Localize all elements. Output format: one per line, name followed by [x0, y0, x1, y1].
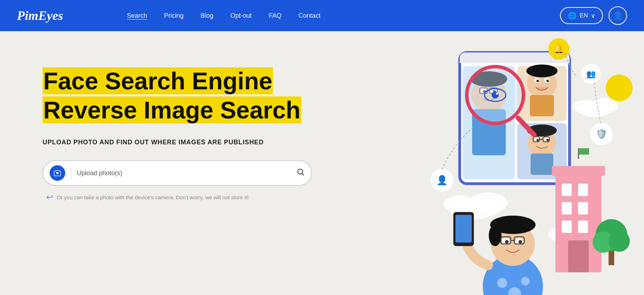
camera-hint: ↩ Or you can take a photo with the devic…	[46, 192, 344, 202]
main-content: Face Search Engine Reverse Image Search …	[0, 31, 644, 295]
nav-link-blog[interactable]: Blog	[201, 12, 213, 19]
chevron-down-icon: ∨	[591, 12, 595, 20]
svg-point-49	[496, 93, 498, 95]
nav-item-pricing[interactable]: Pricing	[164, 12, 184, 20]
svg-rect-12	[460, 58, 570, 63]
svg-rect-65	[552, 166, 605, 176]
nav-links: Search Pricing Blog Opt-out FAQ Contact	[127, 12, 560, 20]
hero-illustration: 🔔 👥 🛡️ 👤	[403, 38, 644, 295]
logo[interactable]: PimEyes	[17, 8, 63, 23]
svg-rect-64	[578, 221, 588, 233]
svg-text:👥: 👥	[586, 69, 596, 79]
user-account-button[interactable]: 👤	[609, 6, 627, 25]
svg-rect-68	[568, 240, 589, 272]
nav-link-pricing[interactable]: Pricing	[164, 12, 184, 19]
headline-highlight2: Reverse Image Search	[43, 96, 301, 123]
camera-hint-text: Or you can take a photo with the device'…	[57, 194, 249, 200]
nav-link-faq[interactable]: FAQ	[269, 12, 281, 19]
navbar: PimEyes Search Pricing Blog Opt-out FAQ …	[0, 0, 644, 31]
svg-text:🛡️: 🛡️	[596, 128, 607, 140]
nav-link-contact[interactable]: Contact	[298, 12, 320, 19]
svg-point-72	[609, 230, 630, 252]
svg-point-48	[492, 91, 499, 99]
nav-link-optout[interactable]: Opt-out	[230, 12, 252, 19]
svg-text:👤: 👤	[436, 174, 448, 186]
svg-point-31	[537, 80, 539, 82]
headline-line2: Reverse Image Search	[43, 96, 344, 125]
svg-point-73	[606, 74, 633, 101]
arrow-icon: ↩	[46, 192, 53, 202]
svg-point-75	[497, 278, 507, 288]
svg-rect-62	[578, 202, 588, 215]
nav-right: 🌐 EN ∨ 👤	[560, 6, 627, 25]
svg-rect-59	[562, 184, 572, 196]
svg-point-32	[547, 80, 549, 82]
svg-rect-67	[578, 148, 589, 155]
camera-icon[interactable]	[50, 165, 65, 181]
svg-rect-60	[578, 184, 588, 196]
nav-item-faq[interactable]: FAQ	[269, 12, 281, 20]
search-bar[interactable]: Upload photo(s)	[43, 160, 312, 186]
svg-point-39	[537, 139, 539, 141]
search-icon[interactable]	[296, 168, 305, 178]
globe-icon: 🌐	[568, 11, 577, 20]
svg-point-40	[547, 139, 549, 141]
svg-rect-28	[530, 95, 554, 116]
language-code: EN	[579, 12, 588, 19]
subheading: UPLOAD PHOTO AND FIND OUT WHERE IMAGES A…	[43, 139, 344, 146]
headline-highlight: Face Search Engine	[43, 67, 273, 94]
language-selector[interactable]: 🌐 EN ∨	[560, 7, 603, 24]
svg-point-80	[489, 225, 502, 246]
svg-rect-61	[562, 202, 572, 215]
logo-text: PimEyes	[17, 9, 63, 23]
svg-point-83	[505, 240, 509, 244]
nav-item-optout[interactable]: Opt-out	[230, 12, 252, 20]
svg-point-77	[521, 277, 530, 285]
headline: Face Search Engine Reverse Image Search	[43, 67, 344, 124]
svg-rect-63	[562, 221, 572, 233]
svg-point-33	[526, 65, 558, 77]
left-content: Face Search Engine Reverse Image Search …	[43, 60, 344, 202]
svg-rect-36	[531, 154, 553, 175]
search-placeholder[interactable]: Upload photo(s)	[77, 169, 296, 177]
svg-text:🔔: 🔔	[554, 44, 564, 54]
right-illustration: 🔔 👥 🛡️ 👤	[403, 38, 644, 295]
nav-item-contact[interactable]: Contact	[298, 12, 320, 20]
svg-point-9	[573, 100, 598, 113]
nav-item-blog[interactable]: Blog	[201, 12, 213, 20]
headline-line1: Face Search Engine	[43, 67, 344, 96]
svg-point-84	[519, 240, 522, 244]
nav-link-search[interactable]: Search	[127, 12, 147, 19]
user-icon: 👤	[613, 11, 623, 20]
nav-item-search[interactable]: Search	[127, 12, 147, 20]
svg-rect-89	[455, 215, 472, 243]
search-divider	[71, 167, 71, 179]
svg-point-3	[444, 195, 476, 213]
